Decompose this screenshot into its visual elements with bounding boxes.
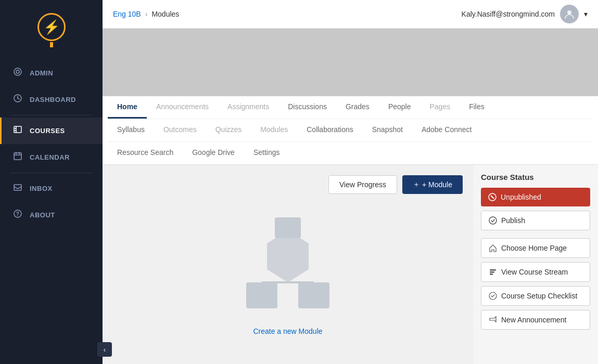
tab-quizzes[interactable]: Quizzes xyxy=(206,119,251,141)
tab-modules[interactable]: Modules xyxy=(251,119,297,141)
svg-rect-19 xyxy=(490,271,494,273)
dropdown-icon[interactable]: ▾ xyxy=(584,10,588,18)
new-announcement-button[interactable]: New Announcement xyxy=(481,310,590,330)
main-area: Eng 10B › Modules Kaly.Nasiff@strongmind… xyxy=(103,0,598,364)
tab-syllabus[interactable]: Syllabus xyxy=(108,119,154,141)
logo-area: ⚡ xyxy=(0,5,103,60)
tab-google-drive[interactable]: Google Drive xyxy=(183,142,244,164)
calendar-icon xyxy=(12,151,23,163)
nav-tabs: Home Announcements Assignments Discussio… xyxy=(103,96,598,165)
sidebar-item-calendar-label: CALENDAR xyxy=(30,153,70,161)
svg-point-17 xyxy=(489,217,497,224)
sidebar-item-inbox[interactable]: INBOX xyxy=(0,175,103,202)
tab-resource-search[interactable]: Resource Search xyxy=(108,142,183,164)
tab-home[interactable]: Home xyxy=(108,96,147,119)
stream-icon xyxy=(489,268,497,276)
tab-people[interactable]: People xyxy=(379,96,421,119)
tab-files[interactable]: Files xyxy=(460,96,494,119)
sidebar: ⚡ ADMIN DASHBOARD COURSES CALENDAR xyxy=(0,0,103,364)
sidebar-item-dashboard[interactable]: DASHBOARD xyxy=(0,86,103,113)
breadcrumb-course[interactable]: Eng 10B xyxy=(113,10,141,18)
logo-circle: ⚡ xyxy=(37,13,66,41)
main-content: View Progress ＋ + Module xyxy=(103,165,473,364)
sidebar-item-about[interactable]: ? ABOUT xyxy=(0,202,103,228)
about-icon: ? xyxy=(12,209,23,221)
check-circle-icon xyxy=(489,216,497,225)
course-banner xyxy=(103,29,598,96)
tab-discussions[interactable]: Discussions xyxy=(278,96,336,119)
add-module-button[interactable]: ＋ + Module xyxy=(402,175,463,194)
sidebar-item-dashboard-label: DASHBOARD xyxy=(30,96,76,103)
avatar xyxy=(560,5,579,23)
sidebar-item-courses-label: COURSES xyxy=(30,127,65,135)
tab-row-1: Home Announcements Assignments Discussio… xyxy=(108,96,593,119)
user-email: Kaly.Nasiff@strongmind.com xyxy=(462,10,555,18)
choose-home-page-button[interactable]: Choose Home Page xyxy=(481,238,590,258)
svg-point-1 xyxy=(16,70,19,73)
admin-icon xyxy=(12,67,23,79)
dashboard-icon xyxy=(12,94,23,106)
tab-grades[interactable]: Grades xyxy=(336,96,379,119)
nav-divider-1 xyxy=(10,115,93,115)
course-setup-checklist-button[interactable]: Course Setup Checklist xyxy=(481,286,590,306)
unpublished-button[interactable]: Unpublished xyxy=(481,188,590,206)
stop-icon xyxy=(488,193,497,201)
logo-bolt-icon: ⚡ xyxy=(43,20,60,34)
view-course-stream-button[interactable]: View Course Stream xyxy=(481,262,590,282)
svg-point-8 xyxy=(567,10,571,15)
sidebar-item-admin[interactable]: ADMIN xyxy=(0,60,103,86)
content-area: View Progress ＋ + Module xyxy=(103,165,598,364)
create-module-link[interactable]: Create a new Module xyxy=(253,327,322,335)
course-status-title: Course Status xyxy=(481,173,590,181)
svg-rect-10 xyxy=(275,217,301,238)
sidebar-item-admin-label: ADMIN xyxy=(30,69,53,77)
tab-announcements[interactable]: Announcements xyxy=(147,96,218,119)
tab-row-3: Resource Search Google Drive Settings xyxy=(108,141,593,164)
svg-line-16 xyxy=(491,196,494,199)
svg-rect-20 xyxy=(490,274,493,275)
svg-rect-11 xyxy=(246,282,277,308)
tab-settings[interactable]: Settings xyxy=(244,142,289,164)
inbox-icon xyxy=(12,183,23,194)
right-sidebar: Course Status Unpublished Publish Choose… xyxy=(473,165,598,364)
toolbar: View Progress ＋ + Module xyxy=(328,175,463,194)
sidebar-item-courses[interactable]: COURSES xyxy=(0,118,103,144)
tab-adobe-connect[interactable]: Adobe Connect xyxy=(412,119,481,141)
breadcrumb: Eng 10B › Modules xyxy=(113,10,179,18)
logo-stem xyxy=(50,42,53,47)
svg-rect-3 xyxy=(14,126,21,133)
view-progress-button[interactable]: View Progress xyxy=(328,175,397,194)
nav-divider-2 xyxy=(10,173,93,173)
tab-outcomes[interactable]: Outcomes xyxy=(154,119,206,141)
svg-text:?: ? xyxy=(16,211,20,217)
svg-rect-4 xyxy=(14,153,21,160)
sidebar-item-inbox-label: INBOX xyxy=(30,185,53,192)
sidebar-item-about-label: ABOUT xyxy=(30,211,55,219)
courses-icon xyxy=(12,125,23,137)
svg-rect-18 xyxy=(490,269,496,271)
tab-snapshot[interactable]: Snapshot xyxy=(363,119,412,141)
checklist-icon xyxy=(489,292,497,300)
module-placeholder-icon xyxy=(236,215,340,319)
svg-point-21 xyxy=(489,292,497,300)
tab-assignments[interactable]: Assignments xyxy=(218,96,278,119)
breadcrumb-current: Modules xyxy=(151,10,179,18)
breadcrumb-sep: › xyxy=(145,10,148,18)
module-placeholder: Create a new Module xyxy=(236,215,340,335)
topbar: Eng 10B › Modules Kaly.Nasiff@strongmind… xyxy=(103,0,598,29)
publish-button[interactable]: Publish xyxy=(481,211,590,230)
svg-rect-12 xyxy=(298,282,329,308)
announcement-icon xyxy=(489,316,497,324)
tab-pages[interactable]: Pages xyxy=(420,96,460,119)
sidebar-collapse-button[interactable]: ‹ xyxy=(97,342,112,357)
sidebar-item-calendar[interactable]: CALENDAR xyxy=(0,144,103,171)
tab-collaborations[interactable]: Collaborations xyxy=(297,119,363,141)
user-area[interactable]: Kaly.Nasiff@strongmind.com ▾ xyxy=(462,5,588,23)
plus-icon: ＋ xyxy=(413,180,420,189)
svg-point-0 xyxy=(14,68,21,75)
home-icon xyxy=(489,244,497,252)
tab-row-2: Syllabus Outcomes Quizzes Modules Collab… xyxy=(108,119,593,141)
